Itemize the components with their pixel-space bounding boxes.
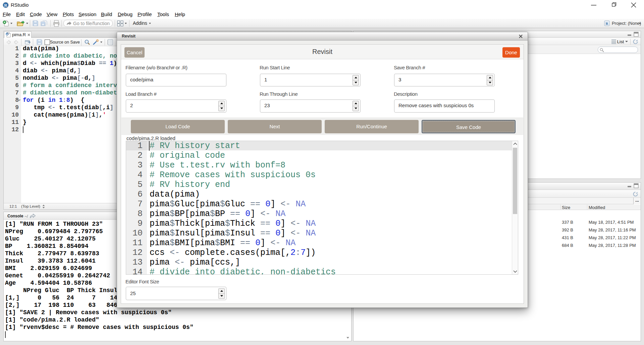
svg-text:R: R bbox=[4, 3, 7, 8]
svg-text:R: R bbox=[606, 21, 609, 25]
svg-text:R: R bbox=[6, 33, 8, 36]
